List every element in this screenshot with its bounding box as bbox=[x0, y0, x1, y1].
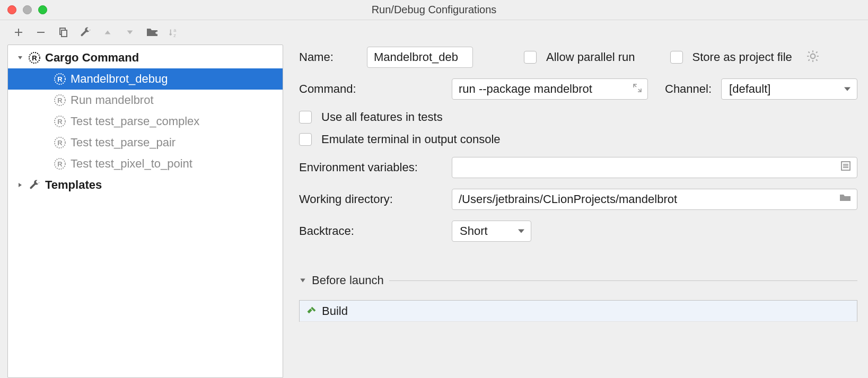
copy-configuration-button[interactable] bbox=[56, 25, 70, 39]
hammer-icon bbox=[306, 306, 317, 317]
gear-icon bbox=[806, 49, 820, 63]
svg-rect-0 bbox=[37, 32, 45, 33]
folder-move-icon bbox=[146, 27, 159, 38]
svg-text:R: R bbox=[57, 96, 63, 104]
svg-text:a: a bbox=[173, 28, 177, 33]
emulate-terminal-label: Emulate terminal in output console bbox=[321, 133, 501, 146]
minimize-window-button[interactable] bbox=[23, 5, 32, 14]
svg-text:R: R bbox=[57, 160, 63, 168]
svg-text:R: R bbox=[57, 139, 63, 147]
backtrace-value: Short bbox=[460, 224, 488, 238]
plus-icon bbox=[13, 27, 24, 38]
tree-group-label: Cargo Command bbox=[45, 51, 139, 65]
rust-icon: R bbox=[54, 115, 66, 128]
working-directory-browse-button[interactable] bbox=[839, 192, 852, 206]
svg-text:R: R bbox=[57, 75, 63, 83]
use-all-features-checkbox[interactable] bbox=[299, 111, 312, 124]
before-launch-list[interactable]: Build bbox=[299, 300, 857, 322]
allow-parallel-checkbox[interactable] bbox=[524, 51, 537, 64]
tree-group-cargo-command[interactable]: R Cargo Command bbox=[8, 47, 283, 68]
titlebar: Run/Debug Configurations bbox=[0, 0, 868, 20]
tree-item-test-parse-pair[interactable]: R Test test_parse_pair bbox=[8, 132, 283, 153]
wrench-icon bbox=[80, 27, 91, 38]
window-controls bbox=[7, 5, 47, 14]
before-launch-header[interactable]: Before launch bbox=[299, 274, 857, 287]
svg-text:R: R bbox=[32, 54, 37, 62]
emulate-terminal-checkbox[interactable] bbox=[299, 133, 312, 146]
remove-configuration-button[interactable] bbox=[34, 25, 48, 39]
sort-alpha-button[interactable]: az bbox=[168, 25, 181, 39]
working-directory-label: Working directory: bbox=[299, 192, 442, 206]
tree-item-mandelbrot-debug[interactable]: R Mandelbrot_debug bbox=[8, 68, 283, 90]
expand-field-button[interactable] bbox=[633, 82, 642, 96]
svg-text:z: z bbox=[173, 33, 176, 38]
env-vars-field[interactable] bbox=[452, 157, 857, 178]
tree-item-label: Mandelbrot_debug bbox=[71, 72, 168, 86]
configurations-toolbar: az bbox=[0, 20, 868, 45]
tree-item-label: Test test_pixel_to_point bbox=[71, 157, 192, 171]
configurations-tree[interactable]: R Cargo Command R Mandelbrot_debug R Run… bbox=[7, 45, 283, 378]
working-directory-field[interactable]: /Users/jetbrains/CLionProjects/mandelbro… bbox=[452, 189, 857, 210]
tree-group-label: Templates bbox=[45, 178, 102, 192]
before-launch-label: Before launch bbox=[312, 274, 384, 287]
tree-item-label: Run mandelbrot bbox=[71, 93, 154, 107]
tree-item-run-mandelbrot[interactable]: R Run mandelbrot bbox=[8, 90, 283, 111]
env-vars-label: Environment variables: bbox=[299, 161, 442, 174]
rust-icon: R bbox=[54, 94, 66, 107]
rust-icon: R bbox=[54, 136, 66, 149]
before-launch-item-build[interactable]: Build bbox=[300, 301, 857, 322]
command-value: run --package mandelbrot bbox=[459, 82, 592, 96]
command-label: Command: bbox=[299, 82, 442, 96]
svg-text:R: R bbox=[57, 118, 63, 126]
sort-alpha-icon: az bbox=[169, 27, 180, 38]
rust-icon: R bbox=[54, 157, 66, 170]
run-debug-configurations-window: Run/Debug Configurations bbox=[0, 0, 868, 378]
name-field[interactable] bbox=[367, 47, 473, 68]
store-project-file-checkbox[interactable] bbox=[670, 51, 683, 64]
before-launch-item-label: Build bbox=[322, 304, 348, 318]
window-title: Run/Debug Configurations bbox=[0, 4, 868, 16]
wrench-icon bbox=[28, 179, 41, 191]
store-project-file-settings-button[interactable] bbox=[806, 49, 820, 66]
folder-open-icon bbox=[839, 192, 852, 203]
channel-label: Channel: bbox=[665, 82, 712, 96]
channel-value: [default] bbox=[729, 82, 770, 96]
minus-icon bbox=[36, 27, 46, 38]
channel-select[interactable]: [default] bbox=[721, 78, 857, 100]
tree-item-test-parse-complex[interactable]: R Test test_parse_complex bbox=[8, 111, 283, 132]
move-to-folder-button[interactable] bbox=[145, 25, 159, 39]
add-configuration-button[interactable] bbox=[12, 25, 25, 39]
working-directory-value: /Users/jetbrains/CLionProjects/mandelbro… bbox=[459, 192, 677, 206]
backtrace-select[interactable]: Short bbox=[452, 221, 531, 242]
close-window-button[interactable] bbox=[7, 5, 16, 14]
command-field[interactable]: run --package mandelbrot bbox=[452, 78, 648, 100]
arrow-up-icon bbox=[103, 28, 112, 37]
tree-group-templates[interactable]: Templates bbox=[8, 174, 283, 196]
rust-icon: R bbox=[54, 73, 66, 85]
zoom-window-button[interactable] bbox=[38, 5, 47, 14]
tree-item-label: Test test_parse_pair bbox=[71, 136, 176, 150]
tree-item-label: Test test_parse_complex bbox=[71, 115, 199, 128]
rust-icon: R bbox=[28, 51, 41, 64]
expand-icon bbox=[633, 83, 642, 93]
svg-rect-2 bbox=[62, 30, 67, 37]
backtrace-label: Backtrace: bbox=[299, 224, 442, 238]
move-down-button[interactable] bbox=[123, 25, 137, 39]
env-vars-browse-button[interactable] bbox=[840, 160, 852, 175]
disclosure-triangle-icon[interactable] bbox=[16, 181, 24, 189]
use-all-features-label: Use all features in tests bbox=[321, 110, 443, 124]
allow-parallel-label: Allow parallel run bbox=[546, 50, 635, 64]
move-up-button[interactable] bbox=[101, 25, 115, 39]
name-label: Name: bbox=[299, 50, 357, 64]
disclosure-triangle-icon[interactable] bbox=[16, 54, 24, 61]
disclosure-triangle-icon bbox=[299, 277, 306, 284]
configuration-form: Name: Allow parallel run Store as projec… bbox=[296, 45, 861, 378]
edit-defaults-button[interactable] bbox=[78, 25, 92, 39]
separator bbox=[389, 280, 857, 281]
tree-item-test-pixel-to-point[interactable]: R Test test_pixel_to_point bbox=[8, 153, 283, 174]
list-icon bbox=[840, 160, 852, 172]
copy-icon bbox=[58, 27, 68, 38]
arrow-down-icon bbox=[125, 28, 135, 37]
store-project-file-label: Store as project file bbox=[692, 50, 792, 64]
